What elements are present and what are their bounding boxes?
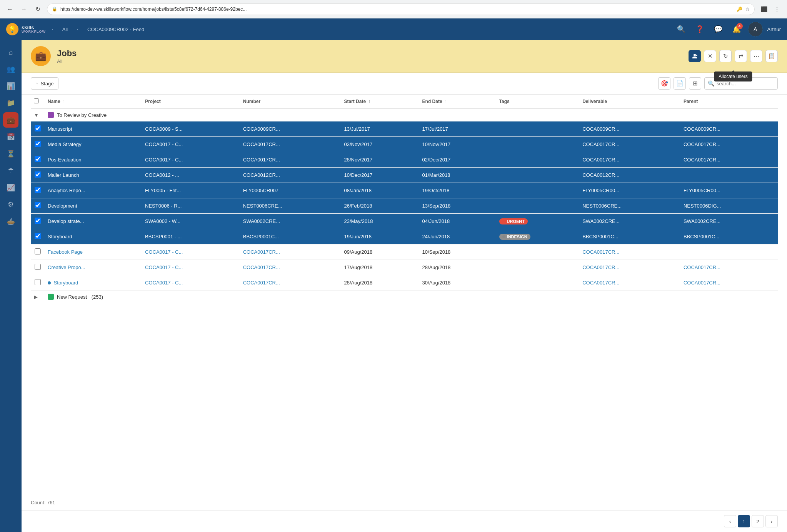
row-parent-link[interactable]: COCA0017CR... [684, 280, 720, 286]
row-start-date: 13/Jul/2017 [341, 121, 419, 137]
row-number: BBCSP0001C... [240, 229, 341, 244]
next-page-button[interactable]: › [765, 515, 778, 527]
row-name-link[interactable]: Facebook Page [48, 249, 83, 255]
row-number: COCA0017CR... [240, 244, 341, 260]
row-deliverable-link[interactable]: COCA0017CR... [582, 249, 619, 255]
link-button[interactable]: ⋯ [750, 50, 762, 62]
row-checkbox[interactable] [35, 171, 41, 178]
group-name: To Review by Creative [57, 112, 107, 118]
row-parent: SWA0002CRE... [680, 214, 778, 229]
row-tags [496, 152, 580, 168]
table-row: Facebook Page COCA0017 - C... COCA0017CR… [31, 244, 778, 260]
row-checkbox[interactable] [35, 141, 41, 147]
user-avatar[interactable]: A [748, 22, 763, 37]
row-name-link[interactable]: Storyboard [54, 280, 78, 286]
notifications-wrapper: 🔔 4 [730, 22, 744, 36]
sidebar-item-folders[interactable]: 📁 [3, 95, 18, 111]
th-project: Project [142, 95, 240, 109]
row-checkbox[interactable] [35, 264, 41, 270]
row-end-date: 19/Oct/2018 [419, 183, 496, 198]
forward-button[interactable]: → [18, 4, 29, 15]
sidebar-item-calendar[interactable]: 📅 [3, 129, 18, 145]
table-row: Analytics Repo... FLY0005 - Frit... FLY0… [31, 183, 778, 198]
group-toggle-icon[interactable]: ▶ [34, 294, 38, 300]
row-checkbox[interactable] [35, 125, 41, 131]
row-name: Pos-Evaluation [45, 152, 142, 168]
group-toggle-cell[interactable]: ▶ [31, 291, 45, 303]
row-tags: INDESIGN [496, 229, 580, 244]
row-number-link[interactable]: COCA0017CR... [243, 249, 280, 255]
row-number-link[interactable]: COCA0017CR... [243, 280, 280, 286]
help-button[interactable]: ❓ [693, 22, 707, 36]
row-name-link[interactable]: Creative Propo... [48, 264, 85, 270]
refresh-button[interactable]: ↻ [719, 50, 732, 62]
sidebar-item-pie[interactable]: 🥧 [3, 214, 18, 229]
copy-button[interactable]: 📋 [765, 50, 778, 62]
nav-feed[interactable]: COCA0009CR002 - Feed [84, 25, 147, 34]
top-nav: 💡 skills WORKFLOW • All • COCA0009CR002 … [0, 18, 787, 40]
user-name[interactable]: Arthur [767, 27, 781, 32]
group-color-indicator [48, 112, 54, 118]
stage-sort-button[interactable]: ↑ Stage [31, 77, 58, 90]
row-parent: COCA0017CR... [680, 260, 778, 275]
row-deliverable: COCA0017CR... [579, 275, 680, 291]
row-tags [496, 183, 580, 198]
row-checkbox[interactable] [35, 233, 41, 239]
allocate-users-button[interactable] [689, 50, 701, 62]
row-deliverable: FLY0005CR00... [579, 183, 680, 198]
th-checkbox [31, 95, 45, 109]
row-number: FLY0005CR007 [240, 183, 341, 198]
page-subtitle: All [57, 58, 682, 64]
close-button[interactable]: ✕ [704, 50, 716, 62]
page-title-group: Jobs All [57, 48, 682, 64]
menu-button[interactable]: ⋮ [772, 4, 782, 15]
group-toggle-cell[interactable]: ▼ [31, 109, 45, 121]
row-start-date: 08/Jan/2018 [341, 183, 419, 198]
row-checkbox[interactable] [35, 279, 41, 285]
row-checkbox-cell [31, 168, 45, 183]
page-1-button[interactable]: 1 [738, 515, 750, 527]
row-parent-link[interactable]: COCA0017CR... [684, 264, 720, 270]
row-project-link[interactable]: COCA0017 - C... [145, 264, 183, 270]
sidebar-item-people[interactable]: 👥 [3, 62, 18, 77]
row-checkbox[interactable] [35, 187, 41, 193]
sidebar-item-home[interactable]: ⌂ [3, 45, 18, 60]
end-sort-icon: ↑ [445, 99, 447, 104]
row-checkbox[interactable] [35, 218, 41, 224]
group-toggle-icon[interactable]: ▼ [34, 112, 39, 118]
row-tags [496, 121, 580, 137]
sidebar-item-settings[interactable]: ⚙ [3, 197, 18, 212]
sidebar-item-reports[interactable]: 📊 [3, 78, 18, 94]
row-end-date: 28/Aug/2018 [419, 260, 496, 275]
swap-button[interactable]: ⇄ [735, 50, 747, 62]
notifications-badge: 4 [737, 23, 743, 29]
address-bar[interactable]: 🔒 https://demo-dev-we.skillsworkflow.com… [47, 3, 755, 15]
row-project: COCA0017 - C... [142, 152, 240, 168]
extensions-button[interactable]: ⬛ [759, 4, 769, 15]
sidebar-item-analytics[interactable]: 📈 [3, 180, 18, 195]
row-checkbox[interactable] [35, 248, 41, 254]
chat-button[interactable]: 💬 [711, 22, 725, 36]
sidebar-item-coverage[interactable]: ☂ [3, 163, 18, 178]
filter-button[interactable]: 🎯 [658, 77, 670, 90]
back-button[interactable]: ← [5, 4, 15, 15]
search-nav-button[interactable]: 🔍 [674, 22, 688, 36]
add-user-icon [692, 53, 698, 59]
sidebar-item-timers[interactable]: ⏳ [3, 146, 18, 161]
nav-all[interactable]: All [59, 25, 71, 34]
row-project-link[interactable]: COCA0017 - C... [145, 249, 183, 255]
row-project-link[interactable]: COCA0017 - C... [145, 280, 183, 286]
reload-button[interactable]: ↻ [32, 4, 43, 15]
row-number-link[interactable]: COCA0017CR... [243, 264, 280, 270]
row-checkbox[interactable] [35, 156, 41, 162]
row-checkbox[interactable] [35, 202, 41, 208]
sidebar-item-jobs[interactable]: 💼 [3, 112, 18, 128]
select-all-checkbox[interactable] [34, 98, 39, 103]
row-deliverable: BBCSP0001C... [579, 229, 680, 244]
row-deliverable-link[interactable]: COCA0017CR... [582, 280, 619, 286]
page-2-button[interactable]: 2 [752, 515, 764, 527]
grid-button[interactable]: ⊞ [689, 77, 701, 90]
row-deliverable-link[interactable]: COCA0017CR... [582, 264, 619, 270]
list-button[interactable]: 📄 [674, 77, 686, 90]
prev-page-button[interactable]: ‹ [724, 515, 736, 527]
